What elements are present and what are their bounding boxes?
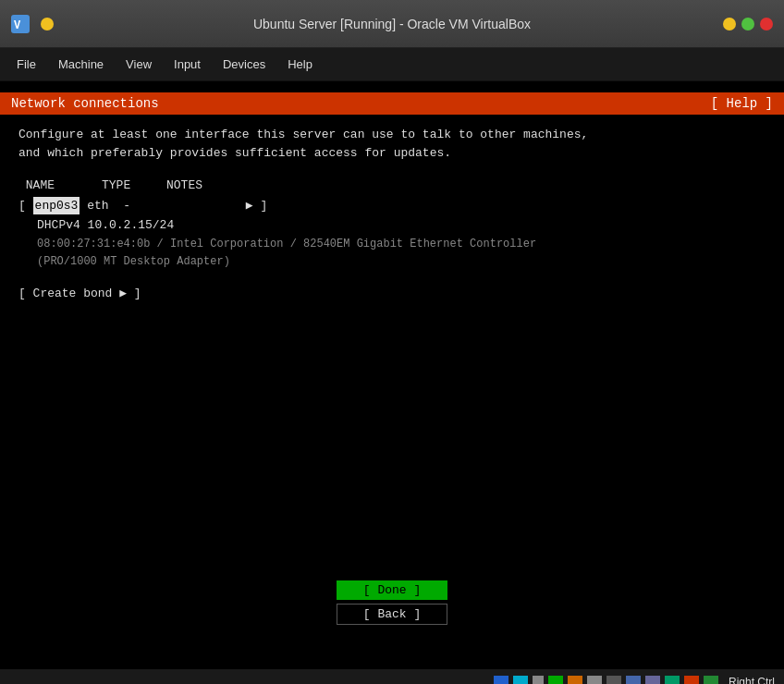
interface-name: enp0s3 <box>33 197 80 215</box>
col-header-name: NAME <box>18 177 102 195</box>
menu-devices[interactable]: Devices <box>214 54 275 75</box>
traffic-light-maximize[interactable] <box>741 18 754 31</box>
mac-info-line1: 08:00:27:31:e4:0b / Intel Corporation / … <box>18 236 766 252</box>
nc-title: Network connections <box>11 96 159 111</box>
menu-machine[interactable]: Machine <box>49 54 113 75</box>
status-icon-3 <box>533 676 544 684</box>
status-icon-7 <box>606 676 621 684</box>
col-header-type: TYPE <box>102 177 166 195</box>
titlebar: V Ubuntu Server [Running] - Oracle VM Vi… <box>0 0 784 48</box>
traffic-light-close[interactable] <box>760 18 773 31</box>
status-icon-flag <box>704 676 718 684</box>
status-icon-1 <box>494 676 508 684</box>
back-label: [ Back ] <box>363 607 421 621</box>
window-title: Ubuntu Server [Running] - Oracle VM Virt… <box>253 17 531 31</box>
bracket-open: [ <box>18 197 33 215</box>
table-header: NAME TYPE NOTES <box>18 177 766 195</box>
create-bond[interactable]: [ Create bond ▶ ] <box>18 285 766 303</box>
mac-adapter-info: (PRO/1000 MT Desktop Adapter) <box>37 255 230 268</box>
done-button[interactable]: [ Done ] <box>337 580 447 600</box>
back-button[interactable]: [ Back ] <box>337 604 447 625</box>
status-icon-6 <box>587 676 602 684</box>
vm-screen: Network connections [ Help ] Configure a… <box>0 81 784 669</box>
network-table: NAME TYPE NOTES [ enp0s3 eth - ▶ ] DHCPv… <box>18 177 766 270</box>
minimize-dot[interactable] <box>41 18 54 31</box>
window-dots <box>41 18 54 31</box>
interface-type: eth - ▶ ] <box>80 197 267 215</box>
menu-file[interactable]: File <box>7 54 45 75</box>
svg-text:V: V <box>14 19 21 32</box>
status-icons <box>493 676 719 684</box>
mac-info-line2: (PRO/1000 MT Desktop Adapter) <box>18 253 766 270</box>
titlebar-left: V <box>11 15 54 33</box>
status-icon-8 <box>626 676 641 684</box>
nc-content: Configure at least one interface this se… <box>0 115 784 313</box>
interface-row[interactable]: [ enp0s3 eth - ▶ ] <box>18 197 766 215</box>
dhcp-info: DHCPv4 10.0.2.15/24 <box>37 218 174 232</box>
col-header-notes: NOTES <box>166 177 259 195</box>
menu-view[interactable]: View <box>116 54 161 75</box>
nc-description: Configure at least one interface this se… <box>18 126 766 162</box>
vm-inner: Network connections [ Help ] Configure a… <box>0 92 784 669</box>
status-icon-4 <box>548 676 563 684</box>
buttons-area: [ Done ] [ Back ] <box>337 580 447 625</box>
status-icon-9 <box>645 676 660 684</box>
app-icon: V <box>11 15 30 33</box>
menubar: File Machine View Input Devices Help <box>0 48 784 81</box>
mac-address-info: 08:00:27:31:e4:0b / Intel Corporation / … <box>37 238 536 250</box>
create-bond-label: [ Create bond ▶ ] <box>18 287 141 300</box>
status-icon-2 <box>513 676 528 684</box>
done-label: [ Done ] <box>363 583 421 597</box>
menu-help[interactable]: Help <box>278 54 322 75</box>
status-icon-5 <box>568 676 582 684</box>
right-ctrl-label: Right Ctrl <box>729 676 775 684</box>
status-icon-10 <box>665 676 680 684</box>
network-connections-header: Network connections [ Help ] <box>0 92 784 115</box>
menu-input[interactable]: Input <box>165 54 210 75</box>
statusbar: Right Ctrl <box>0 669 784 684</box>
status-icon-11 <box>684 676 699 684</box>
dhcp-row: DHCPv4 10.0.2.15/24 <box>18 216 766 235</box>
traffic-light-minimize[interactable] <box>723 18 736 31</box>
titlebar-controls <box>723 18 773 31</box>
nc-help[interactable]: [ Help ] <box>711 96 773 111</box>
